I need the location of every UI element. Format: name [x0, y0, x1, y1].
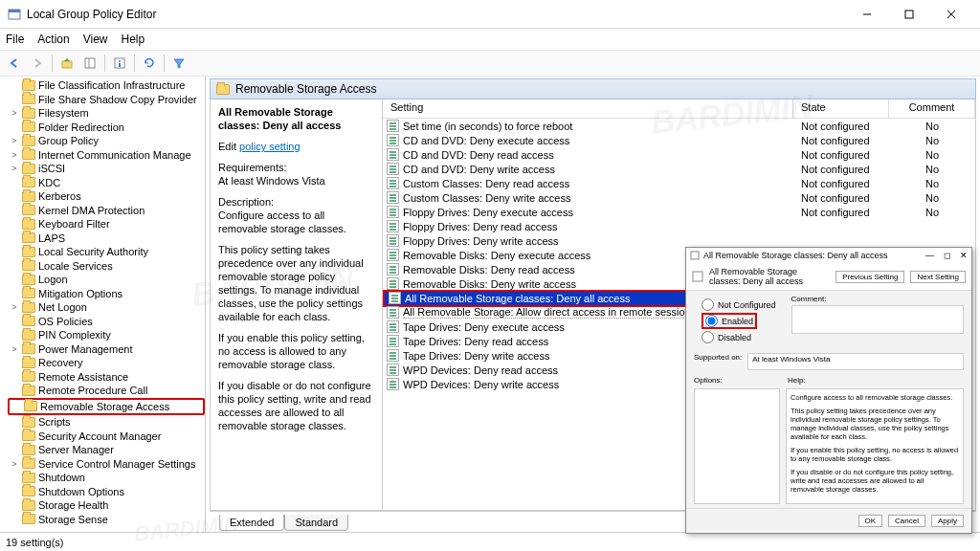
tree-item[interactable]: >Power Management: [8, 342, 205, 357]
tree-item[interactable]: Locale Services: [8, 259, 205, 274]
options-label: Options:: [694, 376, 780, 385]
tree-item-label: Server Manager: [38, 443, 114, 457]
menu-file[interactable]: File: [6, 33, 24, 46]
tree-item[interactable]: Kerberos: [8, 189, 205, 204]
tree-item-label: Storage Sense: [38, 513, 108, 527]
up-button[interactable]: [56, 53, 78, 74]
col-setting[interactable]: Setting: [383, 99, 793, 118]
tree-item[interactable]: >Filesystem: [8, 106, 205, 121]
previous-setting-button[interactable]: Previous Setting: [835, 271, 904, 283]
radio-disabled[interactable]: Disabled: [702, 331, 776, 343]
folder-icon: [22, 108, 35, 119]
menu-view[interactable]: View: [83, 33, 108, 46]
menu-help[interactable]: Help: [122, 33, 145, 46]
tree-item[interactable]: KDC: [8, 176, 205, 190]
dialog-close-icon[interactable]: ✕: [960, 251, 968, 260]
setting-row[interactable]: Custom Classes: Deny write accessNot con…: [383, 190, 975, 205]
tree-item[interactable]: Server Manager: [8, 443, 205, 457]
tree-item[interactable]: Recovery: [8, 356, 205, 370]
policy-icon: [387, 263, 399, 276]
tree-item[interactable]: Logon: [8, 273, 205, 287]
svg-rect-6: [62, 61, 72, 68]
edit-policy-link[interactable]: policy setting: [239, 141, 301, 152]
window-title: Local Group Policy Editor: [27, 8, 846, 21]
minimize-button[interactable]: [846, 0, 888, 29]
tree-item[interactable]: OS Policies: [8, 315, 205, 329]
setting-name: Removable Disks: Deny execute access: [403, 250, 590, 261]
tree-item[interactable]: Remote Assistance: [8, 370, 205, 385]
tree-item[interactable]: File Share Shadow Copy Provider: [8, 93, 205, 107]
setting-state: Not configured: [793, 192, 889, 204]
tree-item[interactable]: LAPS: [8, 231, 205, 246]
tree-item[interactable]: Folder Redirection: [8, 121, 205, 135]
properties-button[interactable]: [109, 53, 130, 74]
maximize-button[interactable]: [888, 0, 930, 29]
setting-row[interactable]: Custom Classes: Deny read accessNot conf…: [383, 176, 975, 190]
tree-item[interactable]: Local Security Authority: [8, 245, 205, 259]
setting-row[interactable]: CD and DVD: Deny read accessNot configur…: [383, 147, 975, 162]
dialog-title: All Removable Storage classes: Deny all …: [703, 251, 888, 260]
back-button[interactable]: [4, 53, 25, 74]
refresh-button[interactable]: [139, 53, 160, 74]
col-state[interactable]: State: [793, 99, 889, 118]
filter-button[interactable]: [168, 53, 189, 74]
setting-row[interactable]: Floppy Drives: Deny execute accessNot co…: [383, 205, 975, 219]
tree-item[interactable]: File Classification Infrastructure: [8, 78, 205, 93]
tree-item-label: Net Logon: [38, 300, 87, 315]
tree-pane[interactable]: File Classification InfrastructureFile S…: [0, 77, 206, 532]
tree-item[interactable]: Scripts: [8, 415, 205, 430]
setting-comment: No: [889, 207, 975, 218]
show-hide-tree-button[interactable]: [79, 53, 100, 74]
policy-icon: [387, 306, 399, 319]
setting-row[interactable]: CD and DVD: Deny write accessNot configu…: [383, 162, 975, 176]
setting-row[interactable]: Floppy Drives: Deny read access: [383, 219, 975, 233]
help-box: Configure access to all removable storag…: [786, 388, 964, 504]
tree-item-label: KDC: [38, 176, 60, 190]
tree-item[interactable]: Mitigation Options: [8, 287, 205, 301]
tree-item-label: Remote Assistance: [38, 370, 128, 385]
tree-item[interactable]: PIN Complexity: [8, 328, 205, 342]
tree-item[interactable]: Shutdown Options: [8, 485, 205, 499]
setting-row[interactable]: Set time (in seconds) to force rebootNot…: [383, 119, 975, 133]
next-setting-button[interactable]: Next Setting: [910, 271, 966, 283]
tree-item[interactable]: >iSCSI: [8, 162, 205, 176]
tree-item[interactable]: Storage Sense: [8, 513, 205, 527]
policy-icon: [387, 220, 399, 232]
cancel-button[interactable]: Cancel: [888, 515, 925, 527]
tree-item[interactable]: Keyboard Filter: [8, 217, 205, 231]
tree-item-label: Folder Redirection: [38, 121, 124, 135]
tree-item[interactable]: >Net Logon: [8, 300, 205, 315]
tree-item[interactable]: Security Account Manager: [8, 430, 205, 444]
tab-extended[interactable]: Extended: [219, 515, 284, 531]
folder-icon: [22, 486, 35, 496]
tree-item[interactable]: Remote Procedure Call: [8, 384, 205, 398]
dialog-maximize-icon[interactable]: ◻: [944, 251, 950, 260]
close-button[interactable]: [930, 0, 972, 29]
tab-standard[interactable]: Standard: [284, 515, 348, 531]
setting-row[interactable]: CD and DVD: Deny execute accessNot confi…: [383, 133, 975, 147]
tree-item[interactable]: Storage Health: [8, 498, 205, 513]
radio-enabled[interactable]: Enabled: [705, 315, 753, 327]
tree-item[interactable]: >Group Policy: [8, 134, 205, 148]
folder-icon: [216, 84, 230, 95]
requirements-value: At least Windows Vista: [218, 174, 374, 187]
tree-item[interactable]: Shutdown: [8, 471, 205, 485]
tree-item[interactable]: Kernel DMA Protection: [8, 204, 205, 218]
tree-item-label: Storage Health: [38, 498, 108, 513]
dialog-minimize-icon[interactable]: —: [925, 251, 934, 260]
menu-action[interactable]: Action: [37, 33, 69, 46]
tree-item[interactable]: Removable Storage Access: [8, 398, 205, 416]
forward-button[interactable]: [27, 53, 48, 74]
radio-not-configured[interactable]: Not Configured: [702, 298, 776, 311]
apply-button[interactable]: Apply: [931, 515, 964, 527]
folder-icon: [22, 275, 35, 285]
tree-item[interactable]: >Internet Communication Manage: [8, 148, 205, 163]
tree-item[interactable]: >Service Control Manager Settings: [8, 457, 205, 472]
twisty-icon: >: [10, 342, 19, 357]
ok-button[interactable]: OK: [858, 515, 883, 527]
policy-icon: [387, 364, 399, 376]
setting-row[interactable]: Floppy Drives: Deny write access: [383, 233, 975, 248]
dialog-header-icon: [692, 271, 703, 282]
col-comment[interactable]: Comment: [889, 99, 975, 118]
comment-input[interactable]: [791, 305, 964, 334]
